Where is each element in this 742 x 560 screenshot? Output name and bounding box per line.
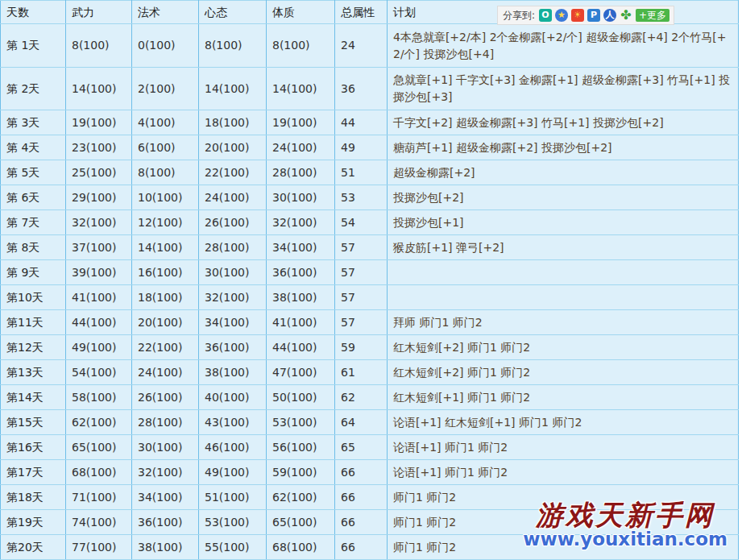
table-row: 第 6天29(100)10(100)24(100)30(100)53投掷沙包[+… (1, 185, 739, 210)
wuli-cell: 44(100) (66, 310, 132, 335)
share-icons: O★☀P人✤ (539, 9, 632, 22)
share-more-button[interactable]: +更多 (636, 9, 669, 22)
tizhi-cell: 47(100) (267, 360, 335, 385)
plan-cell: 投掷沙包[+2] (388, 185, 739, 210)
table-row: 第18天71(100)34(100)51(100)62(100)66师门1 师门… (1, 485, 739, 510)
day-cell: 第 5天 (1, 160, 66, 185)
plan-cell: 红木短剑[+2] 师门1 师门2 (388, 360, 739, 385)
day-cell: 第 9天 (1, 260, 66, 285)
clover-icon[interactable]: ✤ (620, 9, 632, 22)
tizhi-cell: 53(100) (267, 410, 335, 435)
fashu-cell: 38(100) (132, 535, 199, 560)
sina-weibo-icon[interactable]: ☀ (571, 9, 584, 22)
tizhi-cell: 19(100) (267, 110, 335, 135)
total-cell: 57 (335, 285, 388, 310)
total-cell: 54 (335, 210, 388, 235)
wuli-cell: 19(100) (66, 110, 132, 135)
plan-cell: 拜师 师门1 师门2 (388, 310, 739, 335)
plan-cell: 论语[+1] 师门1 师门2 (388, 460, 739, 485)
tizhi-cell: 56(100) (267, 435, 335, 460)
plan-cell: 千字文[+2] 超级金柳露[+3] 竹马[+1] 投掷沙包[+2] (388, 110, 739, 135)
wuli-cell: 54(100) (66, 360, 132, 385)
qzone-star-icon[interactable]: ★ (555, 9, 568, 22)
plan-cell: 急就章[+1] 千字文[+3] 金柳露[+1] 超级金柳露[+3] 竹马[+1]… (388, 68, 739, 110)
total-cell: 36 (335, 68, 388, 110)
day-cell: 第12天 (1, 335, 66, 360)
day-cell: 第10天 (1, 285, 66, 310)
table-row: 第13天54(100)24(100)38(100)47(100)61红木短剑[+… (1, 360, 739, 385)
table-row: 第 1天8(100)0(100)8(100)8(100)244本急就章[+2/本… (1, 24, 739, 68)
share-label: 分享到: (503, 9, 535, 23)
pet-schedule-table: 天数武力法术心态体质总属性计划 第 1天8(100)0(100)8(100)8(… (0, 0, 739, 560)
schedule-table-wrap: 天数武力法术心态体质总属性计划 第 1天8(100)0(100)8(100)8(… (0, 0, 738, 560)
wuli-cell: 74(100) (66, 510, 132, 535)
xintai-cell: 32(100) (199, 285, 267, 310)
table-row: 第17天68(100)32(100)49(100)59(100)66论语[+1]… (1, 460, 739, 485)
tizhi-cell: 32(100) (267, 210, 335, 235)
xintai-cell: 28(100) (199, 235, 267, 260)
wuli-cell: 49(100) (66, 335, 132, 360)
xintai-cell: 46(100) (199, 435, 267, 460)
wuli-cell: 23(100) (66, 135, 132, 160)
tizhi-cell: 68(100) (267, 535, 335, 560)
day-cell: 第15天 (1, 410, 66, 435)
fashu-cell: 8(100) (132, 160, 199, 185)
fashu-cell: 12(100) (132, 210, 199, 235)
total-cell: 66 (335, 510, 388, 535)
table-row: 第 2天14(100)2(100)14(100)14(100)36急就章[+1]… (1, 68, 739, 110)
fashu-cell: 24(100) (132, 360, 199, 385)
fashu-cell: 16(100) (132, 260, 199, 285)
table-body: 第 1天8(100)0(100)8(100)8(100)244本急就章[+2/本… (1, 24, 739, 560)
fashu-cell: 20(100) (132, 310, 199, 335)
total-cell: 57 (335, 260, 388, 285)
xintai-cell: 24(100) (199, 185, 267, 210)
xintai-cell: 43(100) (199, 410, 267, 435)
total-cell: 66 (335, 460, 388, 485)
day-cell: 第13天 (1, 360, 66, 385)
plan-cell (388, 285, 739, 310)
table-row: 第16天65(100)30(100)46(100)56(100)65论语[+1]… (1, 435, 739, 460)
xintai-cell: 14(100) (199, 68, 267, 110)
table-row: 第11天44(100)20(100)34(100)41(100)57拜师 师门1… (1, 310, 739, 335)
total-cell: 24 (335, 24, 388, 68)
plan-cell: 师门1 师门2 (388, 485, 739, 510)
total-cell: 44 (335, 110, 388, 135)
tencent-weibo-icon[interactable]: O (539, 9, 552, 22)
day-cell: 第 3天 (1, 110, 66, 135)
wuli-cell: 65(100) (66, 435, 132, 460)
column-header: 总属性 (335, 1, 388, 24)
fashu-cell: 2(100) (132, 68, 199, 110)
plan-cell: 猴皮筋[+1] 弹弓[+2] (388, 235, 739, 260)
fashu-cell: 22(100) (132, 335, 199, 360)
wuli-cell: 62(100) (66, 410, 132, 435)
day-cell: 第 8天 (1, 235, 66, 260)
wuli-cell: 77(100) (66, 535, 132, 560)
day-cell: 第19天 (1, 510, 66, 535)
share-bar: 分享到: O★☀P人✤ +更多 (497, 6, 674, 25)
tizhi-cell: 8(100) (267, 24, 335, 68)
renren-icon[interactable]: 人 (603, 9, 616, 22)
day-cell: 第16天 (1, 435, 66, 460)
day-cell: 第14天 (1, 385, 66, 410)
table-row: 第19天74(100)36(100)53(100)65(100)66师门1 师门… (1, 510, 739, 535)
tizhi-cell: 28(100) (267, 160, 335, 185)
wuli-cell: 71(100) (66, 485, 132, 510)
day-cell: 第 7天 (1, 210, 66, 235)
fashu-cell: 14(100) (132, 235, 199, 260)
paipai-icon[interactable]: P (587, 9, 600, 22)
wuli-cell: 29(100) (66, 185, 132, 210)
table-row: 第15天62(100)28(100)43(100)53(100)64论语[+1]… (1, 410, 739, 435)
tizhi-cell: 59(100) (267, 460, 335, 485)
xintai-cell: 53(100) (199, 510, 267, 535)
day-cell: 第18天 (1, 485, 66, 510)
plan-cell: 红木短剑[+2] 师门1 师门2 (388, 335, 739, 360)
fashu-cell: 10(100) (132, 185, 199, 210)
day-cell: 第 6天 (1, 185, 66, 210)
plan-cell: 投掷沙包[+1] (388, 210, 739, 235)
plan-cell: 红木短剑[+1] 师门1 师门2 (388, 385, 739, 410)
xintai-cell: 40(100) (199, 385, 267, 410)
plan-cell: 论语[+1] 红木短剑[+1] 师门1 师门2 (388, 410, 739, 435)
total-cell: 49 (335, 135, 388, 160)
xintai-cell: 22(100) (199, 160, 267, 185)
fashu-cell: 18(100) (132, 285, 199, 310)
